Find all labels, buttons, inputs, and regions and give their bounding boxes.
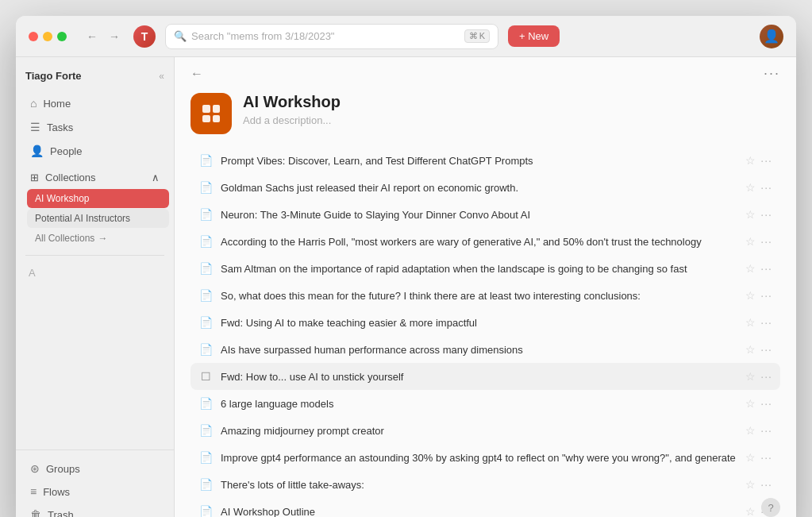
all-collections-label: All Collections [35,233,94,244]
star-button[interactable]: ☆ [745,181,756,194]
sidebar-item-groups[interactable]: ⊛ Groups [21,457,169,480]
star-button[interactable]: ☆ [745,262,756,275]
star-button[interactable]: ☆ [745,235,756,248]
sidebar-bottom: ⊛ Groups ≡ Flows 🗑 Trash [16,449,174,517]
item-more-button[interactable]: ··· [760,343,772,356]
star-button[interactable]: ☆ [745,397,756,410]
star-button[interactable]: ☆ [745,451,756,464]
collection-description[interactable]: Add a description... [243,114,780,126]
item-more-button[interactable]: ··· [760,478,772,491]
list-item[interactable]: 📄Prompt Vibes: Discover, Learn, and Test… [190,147,780,174]
flows-icon: ≡ [30,485,37,498]
item-more-button[interactable]: ··· [760,316,772,329]
new-button[interactable]: + New [508,25,560,47]
list-item[interactable]: 📄AI Workshop Outline☆··· [190,498,780,517]
avatar[interactable]: 👤 [760,25,783,48]
search-shortcut: ⌘K [464,29,490,43]
doc-icon: 📄 [198,451,213,464]
titlebar: ← → T 🔍 Search "mems from 3/18/2023" ⌘K … [16,16,796,57]
star-button[interactable]: ☆ [745,208,756,221]
item-text: So, what does this mean for the future? … [221,290,737,302]
people-icon: 👤 [30,145,44,157]
sidebar-item-label: Home [43,98,71,110]
groups-icon: ⊛ [30,462,40,475]
list-item[interactable]: ☐Fwd: How to... use AI to unstick yourse… [190,363,780,390]
search-bar[interactable]: 🔍 Search "mems from 3/18/2023" ⌘K [165,24,498,49]
list-item[interactable]: 📄Sam Altman on the importance of rapid a… [190,255,780,282]
item-more-button[interactable]: ··· [760,397,772,410]
item-text: Prompt Vibes: Discover, Learn, and Test … [221,155,737,167]
item-more-button[interactable]: ··· [760,370,772,383]
star-button[interactable]: ☆ [745,424,756,437]
item-actions: ☆··· [745,208,772,221]
item-actions: ☆··· [745,181,772,194]
list-item[interactable]: 📄So, what does this mean for the future?… [190,282,780,309]
chevron-up-icon: ∧ [152,172,160,183]
list-item[interactable]: 📄Amazing midjourney prompt creator☆··· [190,417,780,444]
list-item[interactable]: 📄Fwd: Using AI to make teaching easier &… [190,309,780,336]
app-icon: T [133,25,156,48]
list-item[interactable]: 📄Neuron: The 3-Minute Guide to Slaying Y… [190,201,780,228]
help-button[interactable]: ? [761,498,780,517]
close-button[interactable] [29,32,38,41]
item-more-button[interactable]: ··· [760,208,772,221]
content-more-button[interactable]: ··· [764,65,780,82]
item-more-button[interactable]: ··· [760,451,772,464]
item-more-button[interactable]: ··· [760,181,772,194]
sidebar-item-flows[interactable]: ≡ Flows [21,480,169,503]
maximize-button[interactable] [57,32,67,41]
star-button[interactable]: ☆ [745,154,756,167]
forward-arrow[interactable]: → [105,27,124,46]
list-item[interactable]: 📄According to the Harris Poll, "most wor… [190,228,780,255]
content-back-button[interactable]: ← [190,67,203,81]
item-more-button[interactable]: ··· [760,235,772,248]
doc-icon: 📄 [198,154,213,167]
item-more-button[interactable]: ··· [760,424,772,437]
sidebar-item-tasks[interactable]: ☰ Tasks [21,116,169,138]
sidebar: Tiago Forte « ⌂ Home ☰ Tasks 👤 People ⊞ … [16,57,175,517]
star-button[interactable]: ☆ [745,316,756,329]
collections-label: Collections [45,172,96,183]
star-button[interactable]: ☆ [745,370,756,383]
list-item[interactable]: 📄AIs have surpassed human performance ac… [190,336,780,363]
doc-icon: 📄 [198,289,213,302]
star-button[interactable]: ☆ [745,478,756,491]
item-actions: ☆··· [745,235,772,248]
collection-info: AI Workshop Add a description... [243,93,780,126]
sidebar-item-ai-workshop[interactable]: AI Workshop [27,189,169,208]
collapse-sidebar-button[interactable]: « [159,71,164,82]
sidebar-item-home[interactable]: ⌂ Home [21,92,169,114]
item-text: AIs have surpassed human performance acr… [221,344,737,356]
all-collections-link[interactable]: All Collections → [27,229,169,248]
collections-sub-items: AI Workshop Potential AI Instructors All… [16,189,174,248]
star-button[interactable]: ☆ [745,289,756,302]
collection-header: AI Workshop Add a description... [175,90,796,147]
back-arrow[interactable]: ← [83,27,102,46]
item-more-button[interactable]: ··· [760,289,772,302]
list-item[interactable]: 📄There's lots of little take-aways:☆··· [190,471,780,498]
item-actions: ☆··· [745,451,772,464]
item-more-button[interactable]: ··· [760,154,772,167]
home-icon: ⌂ [30,97,37,110]
item-more-button[interactable]: ··· [760,262,772,275]
items-list: 📄Prompt Vibes: Discover, Learn, and Test… [175,147,796,517]
item-text: Fwd: How to... use AI to unstick yoursel… [221,371,737,383]
star-button[interactable]: ☆ [745,505,756,517]
checkbox-icon: ☐ [198,370,213,383]
minimize-button[interactable] [43,32,52,41]
star-button[interactable]: ☆ [745,343,756,356]
collections-header[interactable]: ⊞ Collections ∧ [21,167,169,188]
item-actions: ☆··· [745,424,772,437]
flows-label: Flows [43,486,70,498]
list-item[interactable]: 📄Improve gpt4 performance an astounding … [190,444,780,471]
sidebar-item-trash[interactable]: 🗑 Trash [21,503,169,517]
list-item[interactable]: 📄6 large language models☆··· [190,390,780,417]
sidebar-item-potential-ai-instructors[interactable]: Potential AI Instructors [27,209,169,228]
list-item[interactable]: 📄Goldman Sachs just released their AI re… [190,174,780,201]
item-text: There's lots of little take-aways: [221,479,737,491]
item-text: Goldman Sachs just released their AI rep… [221,182,737,194]
sidebar-item-people[interactable]: 👤 People [21,140,169,162]
search-icon: 🔍 [174,30,187,42]
collection-icon [190,93,232,134]
doc-icon: 📄 [198,235,213,248]
